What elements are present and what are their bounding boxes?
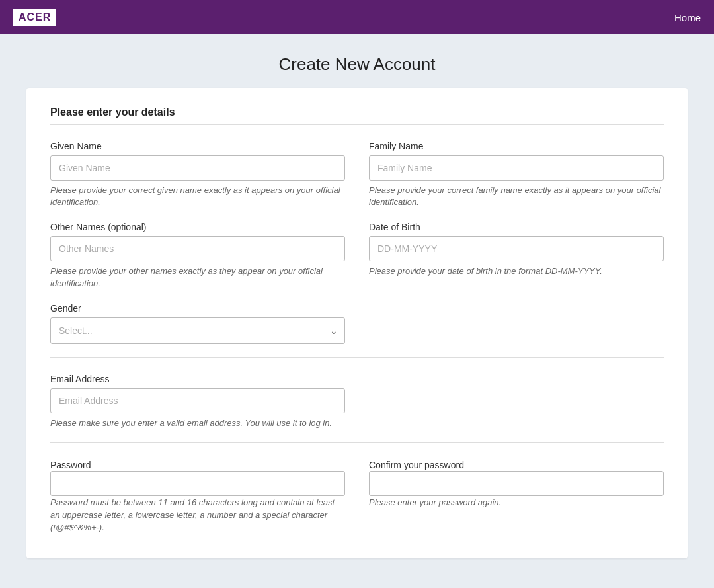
dob-input[interactable] — [369, 236, 664, 261]
given-name-hint: Please provide your correct given name e… — [50, 185, 345, 208]
password-input[interactable] — [50, 471, 345, 496]
given-name-input[interactable] — [50, 155, 345, 181]
email-input[interactable] — [50, 388, 345, 413]
password-hint: Password must be between 11 and 16 chara… — [50, 497, 335, 532]
nav-home-link[interactable]: Home — [674, 12, 701, 23]
family-name-label: Family Name — [369, 141, 664, 151]
other-names-dob-row: Other Names (optional) Please provide yo… — [50, 222, 664, 289]
confirm-password-label: Confirm your password — [369, 460, 464, 470]
logo: ACER — [13, 9, 56, 26]
gender-col: Gender Select... Male Female Non-binary … — [50, 303, 345, 344]
other-names-col: Other Names (optional) Please provide yo… — [50, 222, 345, 289]
given-name-col: Given Name Please provide your correct g… — [50, 141, 345, 208]
gender-label: Gender — [50, 303, 345, 314]
gender-row: Gender Select... Male Female Non-binary … — [50, 303, 664, 344]
section-separator — [50, 357, 664, 358]
form-container: Please enter your details Given Name Ple… — [26, 88, 688, 558]
password-label: Password — [50, 460, 91, 470]
email-spacer — [369, 374, 664, 429]
dob-col: Date of Birth Please provide your date o… — [369, 222, 664, 289]
logo-text: ACER — [19, 11, 51, 22]
family-name-col: Family Name Please provide your correct … — [369, 141, 664, 208]
family-name-hint: Please provide your correct family name … — [369, 185, 664, 208]
other-names-label: Other Names (optional) — [50, 222, 345, 232]
chevron-down-icon: ⌄ — [323, 318, 344, 343]
password-col: Password Password must be between 11 and… — [50, 459, 345, 534]
section-title: Please enter your details — [50, 106, 664, 118]
other-names-hint: Please provide your other names exactly … — [50, 265, 345, 289]
confirm-password-input[interactable] — [369, 471, 664, 496]
confirm-password-col: Confirm your password Please enter your … — [369, 459, 664, 534]
name-row: Given Name Please provide your correct g… — [50, 141, 664, 208]
confirm-password-hint: Please enter your password again. — [369, 497, 501, 507]
email-row: Email Address Please make sure you enter… — [50, 374, 664, 429]
given-name-label: Given Name — [50, 141, 345, 151]
email-label: Email Address — [50, 374, 345, 384]
logo-box: ACER — [13, 9, 56, 26]
page-content: Please enter your details Given Name Ple… — [0, 88, 714, 585]
section-divider — [50, 124, 664, 125]
other-names-input[interactable] — [50, 236, 345, 261]
page-title: Create New Account — [0, 54, 714, 75]
password-row: Password Password must be between 11 and… — [50, 459, 664, 534]
password-section-separator — [50, 442, 664, 443]
gender-spacer — [369, 303, 664, 344]
gender-select[interactable]: Select... Male Female Non-binary Prefer … — [51, 319, 323, 343]
family-name-input[interactable] — [369, 155, 664, 181]
header: ACER Home — [0, 0, 714, 34]
page-title-section: Create New Account — [0, 34, 714, 88]
email-hint: Please make sure you enter a valid email… — [50, 417, 345, 429]
dob-hint: Please provide your date of birth in the… — [369, 265, 664, 277]
dob-label: Date of Birth — [369, 222, 664, 232]
gender-select-wrapper[interactable]: Select... Male Female Non-binary Prefer … — [50, 317, 345, 344]
email-col: Email Address Please make sure you enter… — [50, 374, 345, 429]
